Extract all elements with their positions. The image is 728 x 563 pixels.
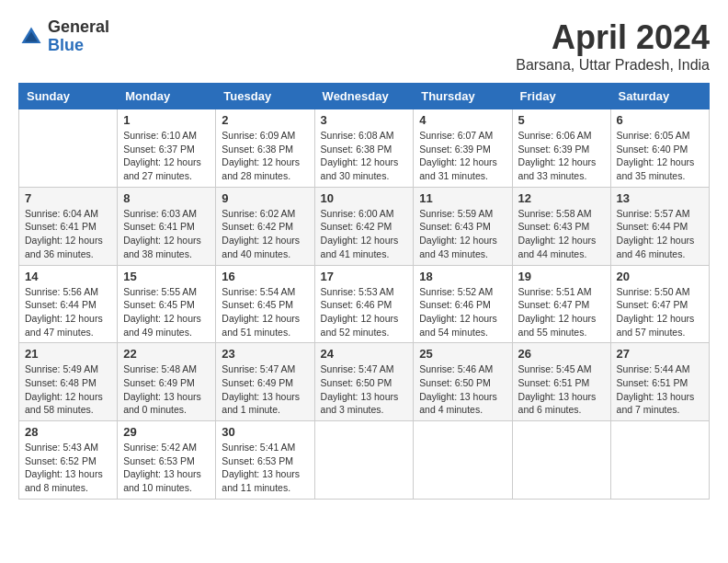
weekday-header-cell: Wednesday — [314, 84, 414, 109]
day-info: Sunrise: 5:58 AM Sunset: 6:43 PM Dayligh… — [518, 207, 605, 261]
day-number: 18 — [419, 270, 506, 283]
calendar-cell: 3Sunrise: 6:08 AM Sunset: 6:38 PM Daylig… — [314, 109, 414, 188]
day-number: 14 — [25, 270, 111, 283]
day-info: Sunrise: 6:03 AM Sunset: 6:41 PM Dayligh… — [123, 207, 210, 261]
logo-text: General Blue — [48, 18, 109, 55]
day-info: Sunrise: 6:10 AM Sunset: 6:37 PM Dayligh… — [123, 129, 210, 183]
day-number: 13 — [617, 191, 703, 205]
calendar-title: April 2024 — [516, 18, 710, 57]
day-number: 9 — [222, 191, 308, 205]
day-info: Sunrise: 5:56 AM Sunset: 6:44 PM Dayligh… — [25, 285, 111, 339]
weekday-header-cell: Thursday — [414, 84, 512, 109]
day-number: 6 — [617, 113, 703, 127]
day-number: 4 — [419, 113, 506, 127]
day-info: Sunrise: 5:43 AM Sunset: 6:52 PM Dayligh… — [25, 441, 111, 495]
day-info: Sunrise: 5:52 AM Sunset: 6:46 PM Dayligh… — [419, 285, 506, 339]
day-number: 3 — [321, 113, 408, 127]
day-info: Sunrise: 5:57 AM Sunset: 6:44 PM Dayligh… — [617, 207, 703, 261]
day-info: Sunrise: 5:46 AM Sunset: 6:50 PM Dayligh… — [419, 362, 506, 417]
day-info: Sunrise: 5:54 AM Sunset: 6:45 PM Dayligh… — [222, 285, 308, 339]
calendar-cell: 1Sunrise: 6:10 AM Sunset: 6:37 PM Daylig… — [118, 109, 216, 188]
weekday-header-cell: Sunday — [19, 84, 118, 109]
day-info: Sunrise: 6:04 AM Sunset: 6:41 PM Dayligh… — [25, 207, 111, 261]
day-number: 17 — [321, 270, 408, 283]
day-info: Sunrise: 6:02 AM Sunset: 6:42 PM Dayligh… — [222, 207, 308, 261]
calendar-cell: 29Sunrise: 5:42 AM Sunset: 6:53 PM Dayli… — [118, 421, 216, 500]
day-number: 8 — [123, 191, 210, 205]
calendar-location: Barsana, Uttar Pradesh, India — [516, 57, 710, 74]
day-number: 1 — [123, 113, 210, 127]
day-info: Sunrise: 6:09 AM Sunset: 6:38 PM Dayligh… — [222, 129, 308, 183]
day-number: 29 — [123, 425, 210, 439]
day-number: 19 — [518, 270, 605, 283]
day-number: 11 — [419, 191, 506, 205]
calendar-cell: 13Sunrise: 5:57 AM Sunset: 6:44 PM Dayli… — [610, 187, 709, 265]
calendar-cell: 16Sunrise: 5:54 AM Sunset: 6:45 PM Dayli… — [216, 265, 314, 343]
day-number: 16 — [222, 270, 308, 283]
calendar-cell: 4Sunrise: 6:07 AM Sunset: 6:39 PM Daylig… — [414, 109, 512, 188]
calendar-cell: 30Sunrise: 5:41 AM Sunset: 6:53 PM Dayli… — [216, 421, 314, 500]
day-info: Sunrise: 5:55 AM Sunset: 6:45 PM Dayligh… — [123, 285, 210, 339]
calendar-week-row: 7Sunrise: 6:04 AM Sunset: 6:41 PM Daylig… — [19, 187, 710, 265]
day-number: 10 — [321, 191, 408, 205]
weekday-header-cell: Tuesday — [216, 84, 314, 109]
day-info: Sunrise: 6:05 AM Sunset: 6:40 PM Dayligh… — [617, 129, 703, 183]
day-info: Sunrise: 6:06 AM Sunset: 6:39 PM Dayligh… — [518, 129, 605, 183]
logo-general-text: General — [48, 18, 109, 37]
calendar-cell — [512, 421, 610, 500]
calendar-cell: 23Sunrise: 5:47 AM Sunset: 6:49 PM Dayli… — [216, 343, 314, 421]
calendar-cell: 17Sunrise: 5:53 AM Sunset: 6:46 PM Dayli… — [314, 265, 414, 343]
weekday-header-row: SundayMondayTuesdayWednesdayThursdayFrid… — [19, 84, 710, 109]
day-number: 12 — [518, 191, 605, 205]
day-number: 30 — [222, 425, 308, 439]
title-block: April 2024 Barsana, Uttar Pradesh, India — [516, 18, 710, 74]
day-info: Sunrise: 5:53 AM Sunset: 6:46 PM Dayligh… — [321, 285, 408, 339]
calendar-cell: 22Sunrise: 5:48 AM Sunset: 6:49 PM Dayli… — [118, 343, 216, 421]
calendar-cell: 24Sunrise: 5:47 AM Sunset: 6:50 PM Dayli… — [314, 343, 414, 421]
calendar-cell: 5Sunrise: 6:06 AM Sunset: 6:39 PM Daylig… — [512, 109, 610, 188]
calendar-cell: 18Sunrise: 5:52 AM Sunset: 6:46 PM Dayli… — [414, 265, 512, 343]
calendar-cell — [19, 109, 118, 188]
calendar-cell: 2Sunrise: 6:09 AM Sunset: 6:38 PM Daylig… — [216, 109, 314, 188]
weekday-header-cell: Monday — [118, 84, 216, 109]
logo-icon — [18, 24, 44, 50]
day-number: 20 — [617, 270, 703, 283]
calendar-cell: 9Sunrise: 6:02 AM Sunset: 6:42 PM Daylig… — [216, 187, 314, 265]
day-info: Sunrise: 5:48 AM Sunset: 6:49 PM Dayligh… — [123, 362, 210, 417]
day-number: 22 — [123, 347, 210, 361]
day-info: Sunrise: 5:47 AM Sunset: 6:50 PM Dayligh… — [321, 362, 408, 417]
day-number: 25 — [419, 347, 506, 361]
calendar-cell: 8Sunrise: 6:03 AM Sunset: 6:41 PM Daylig… — [118, 187, 216, 265]
calendar-cell — [610, 421, 709, 500]
calendar-cell: 19Sunrise: 5:51 AM Sunset: 6:47 PM Dayli… — [512, 265, 610, 343]
calendar-cell: 7Sunrise: 6:04 AM Sunset: 6:41 PM Daylig… — [19, 187, 118, 265]
day-info: Sunrise: 5:41 AM Sunset: 6:53 PM Dayligh… — [222, 441, 308, 495]
page-header: General Blue April 2024 Barsana, Uttar P… — [18, 18, 710, 74]
day-info: Sunrise: 5:42 AM Sunset: 6:53 PM Dayligh… — [123, 441, 210, 495]
day-info: Sunrise: 5:44 AM Sunset: 6:51 PM Dayligh… — [617, 362, 703, 417]
calendar-week-row: 1Sunrise: 6:10 AM Sunset: 6:37 PM Daylig… — [19, 109, 710, 188]
day-info: Sunrise: 5:51 AM Sunset: 6:47 PM Dayligh… — [518, 285, 605, 339]
calendar-body: 1Sunrise: 6:10 AM Sunset: 6:37 PM Daylig… — [19, 109, 710, 500]
calendar-cell: 26Sunrise: 5:45 AM Sunset: 6:51 PM Dayli… — [512, 343, 610, 421]
logo-blue-text: Blue — [48, 37, 109, 55]
day-info: Sunrise: 6:07 AM Sunset: 6:39 PM Dayligh… — [419, 129, 506, 183]
calendar-cell — [314, 421, 414, 500]
day-info: Sunrise: 6:08 AM Sunset: 6:38 PM Dayligh… — [321, 129, 408, 183]
day-info: Sunrise: 5:49 AM Sunset: 6:48 PM Dayligh… — [25, 362, 111, 417]
day-number: 24 — [321, 347, 408, 361]
calendar-cell: 15Sunrise: 5:55 AM Sunset: 6:45 PM Dayli… — [118, 265, 216, 343]
day-number: 23 — [222, 347, 308, 361]
day-info: Sunrise: 5:59 AM Sunset: 6:43 PM Dayligh… — [419, 207, 506, 261]
calendar-cell: 20Sunrise: 5:50 AM Sunset: 6:47 PM Dayli… — [610, 265, 709, 343]
calendar-week-row: 14Sunrise: 5:56 AM Sunset: 6:44 PM Dayli… — [19, 265, 710, 343]
day-info: Sunrise: 5:50 AM Sunset: 6:47 PM Dayligh… — [617, 285, 703, 339]
calendar-cell: 27Sunrise: 5:44 AM Sunset: 6:51 PM Dayli… — [610, 343, 709, 421]
calendar-cell — [414, 421, 512, 500]
day-number: 5 — [518, 113, 605, 127]
calendar-cell: 28Sunrise: 5:43 AM Sunset: 6:52 PM Dayli… — [19, 421, 118, 500]
day-number: 21 — [25, 347, 111, 361]
day-info: Sunrise: 5:47 AM Sunset: 6:49 PM Dayligh… — [222, 362, 308, 417]
day-number: 2 — [222, 113, 308, 127]
day-number: 15 — [123, 270, 210, 283]
